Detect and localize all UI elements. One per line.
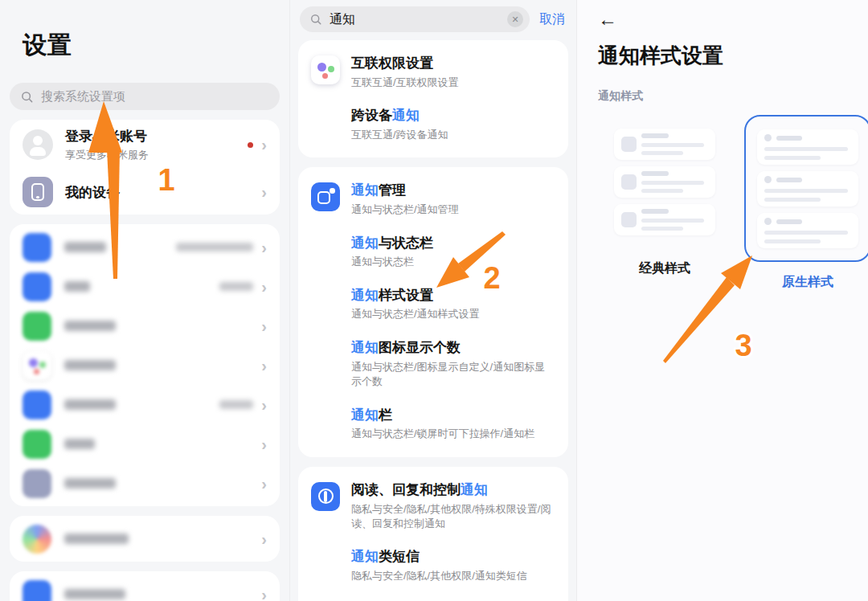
result-title: 通知类短信 [351,549,527,566]
search-icon [309,13,322,26]
green-app-icon [23,430,51,459]
list-item-xiaomi-account[interactable]: 登录小米账号 享受更多小米服务 › [10,120,280,170]
search-result-item[interactable]: 通知类短信 隐私与安全/隐私/其他权限/通知类短信 [298,540,568,592]
green-app-icon [23,312,51,341]
result-title: 通知管理 [351,182,459,199]
search-result-item[interactable]: 全屏通知 隐私与安全/隐私/其他权限/特殊权限设置/全屏通知 [298,593,568,601]
search-result-item[interactable]: 通知与状态栏 通知与状态栏 [298,227,568,279]
chevron-right-icon: › [261,239,267,256]
style-options: 经典样式 原生样式 [603,115,868,291]
chevron-right-icon: › [261,587,267,601]
list-item[interactable]: › [10,574,280,601]
notification-preview-card [757,171,858,206]
notification-preview-card [757,213,858,248]
list-item[interactable]: › [10,464,280,503]
page-title: 设置 [23,29,289,62]
style-option-classic[interactable]: 经典样式 [603,115,727,277]
result-path: 通知与状态栏 [351,255,433,269]
search-result-item[interactable]: 跨设备通知 互联互通/跨设备通知 [298,99,568,151]
search-result-item[interactable]: 通知栏 通知与状态栏/锁屏时可下拉操作/通知栏 [298,399,568,451]
style-preview-native[interactable] [744,115,868,262]
interconnect-permissions-icon [311,55,340,84]
dots-app-icon [23,351,51,380]
list-item-my-device[interactable]: 我的设备 › [10,170,280,215]
chevron-right-icon: › [261,318,267,334]
more-settings-card: ›› [10,571,280,601]
search-input[interactable]: 搜索系统设置项 [10,83,280,110]
result-path: 互联互通/跨设备通知 [351,128,448,142]
item-label-blurred [64,534,129,544]
search-placeholder: 搜索系统设置项 [41,89,125,104]
result-title: 阅读、回复和控制通知 [351,482,555,499]
chevron-right-icon: › [261,531,267,547]
search-result-groups: 互联权限设置 互联互通/互联权限设置 跨设备通知 互联互通/跨设备通知 通知管理… [290,40,576,601]
chevron-right-icon: › [261,137,267,153]
result-title: 通知与状态栏 [351,235,433,252]
search-icon [20,90,34,104]
connectivity-card: ››››››› [10,224,280,506]
list-item[interactable]: › [10,385,280,424]
chevron-right-icon: › [261,279,267,295]
status-value-blurred [219,400,253,409]
list-item[interactable]: › [10,306,280,345]
search-result-item[interactable]: 阅读、回复和控制通知 隐私与安全/隐私/其他权限/特殊权限设置/阅读、回复和控制… [298,473,568,541]
result-path: 通知与状态栏/通知样式设置 [351,307,480,321]
list-item[interactable]: › [10,424,280,464]
notification-manage-icon [311,182,340,211]
style-label[interactable]: 原生样式 [782,274,833,291]
status-value-blurred [176,243,253,251]
blue-app-icon [23,233,51,262]
style-option-native[interactable]: 原生样式 [744,115,868,291]
search-bar-row: 通知 ✕ 取消 [290,0,576,34]
account-subtitle: 享受更多小米服务 [65,148,149,162]
style-preview-classic[interactable] [603,115,727,248]
item-label-blurred [64,399,116,410]
chevron-right-icon: › [261,184,267,200]
item-label-blurred [64,281,90,292]
item-label-blurred [64,242,106,252]
search-result-item[interactable]: 互联权限设置 互联互通/互联权限设置 [298,47,568,99]
result-title: 通知样式设置 [351,288,480,305]
status-value-blurred [219,282,253,291]
result-path: 隐私与安全/隐私/其他权限/通知类短信 [351,569,527,583]
list-item[interactable]: › [10,345,280,385]
result-path: 通知与状态栏/锁屏时可下拉操作/通知栏 [351,427,534,441]
blue-app-icon [23,390,51,419]
back-button[interactable]: ← [598,10,622,29]
item-label-blurred [64,321,116,331]
item-label-blurred [64,589,125,599]
avatar-icon [23,129,53,160]
item-label-blurred [64,478,116,489]
search-result-item[interactable]: 通知管理 通知与状态栏/通知管理 [298,174,568,226]
account-title: 登录小米账号 [65,127,149,145]
search-input-active[interactable]: 通知 ✕ [300,6,530,32]
clear-search-icon[interactable]: ✕ [507,11,523,27]
list-item[interactable]: › [10,519,280,558]
search-result-item[interactable]: 通知样式设置 通知与状态栏/通知样式设置 [298,279,568,331]
notification-preview-card [757,129,858,165]
rainbow-app-icon [23,525,51,554]
notification-control-icon [311,482,340,511]
list-item[interactable]: › [10,267,280,306]
device-icon [23,177,53,207]
settings-home-panel: 设置 搜索系统设置项 登录小米账号 享受更多小米服务 › 我的设备 › ››››… [0,0,289,601]
style-label[interactable]: 经典样式 [639,260,690,277]
result-title: 跨设备通知 [351,108,448,125]
item-label-blurred [64,439,95,449]
result-path: 互联互通/互联权限设置 [351,76,459,90]
result-title: 互联权限设置 [351,55,459,72]
result-title: 通知栏 [351,407,534,424]
chevron-right-icon: › [261,397,267,413]
result-path: 隐私与安全/隐私/其他权限/特殊权限设置/阅读、回复和控制通知 [351,502,555,532]
cancel-button[interactable]: 取消 [539,11,565,28]
result-group-card: 通知管理 通知与状态栏/通知管理 通知与状态栏 通知与状态栏 通知样式设置 通知… [298,167,568,456]
notification-preview-card [614,204,715,235]
search-query-text: 通知 [330,11,355,28]
list-item[interactable]: › [10,227,280,267]
my-device-label: 我的设备 [65,183,120,202]
result-path: 通知与状态栏/通知管理 [351,202,459,217]
search-results-panel: 通知 ✕ 取消 互联权限设置 互联互通/互联权限设置 跨设备通知 互联互通/跨设… [289,0,577,601]
search-result-item[interactable]: 通知图标显示个数 通知与状态栏/图标显示自定义/通知图标显示个数 [298,331,568,399]
result-path: 通知与状态栏/图标显示自定义/通知图标显示个数 [351,360,555,390]
blue-app-icon [23,272,51,301]
